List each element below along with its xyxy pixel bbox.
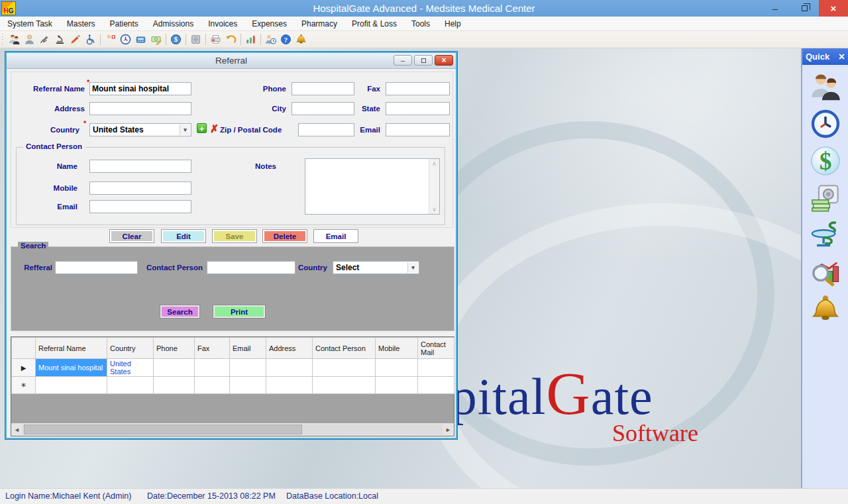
cash-safe-icon[interactable] (810, 182, 841, 213)
grid-cell-phone[interactable] (154, 359, 195, 377)
grid-cell-address[interactable] (266, 359, 313, 377)
notes-scrollbar[interactable]: ∧ ∨ (429, 159, 439, 214)
grid-cell-email[interactable] (230, 377, 266, 394)
search-refferal-input[interactable] (55, 261, 138, 274)
grid-header-selector[interactable] (12, 338, 36, 359)
grid-header-referral-name[interactable]: Referral Name (36, 338, 107, 359)
grid-cell-fax[interactable] (195, 377, 230, 394)
sales-chart-icon[interactable] (243, 32, 258, 47)
pharmacy-icon[interactable] (810, 219, 841, 250)
grid-header-contact-person[interactable]: Contact Person (313, 338, 376, 359)
grid-header-address[interactable]: Address (266, 338, 313, 359)
email-input[interactable] (386, 123, 450, 136)
clock-icon[interactable] (118, 32, 133, 47)
appointments-clock-icon[interactable] (810, 108, 841, 139)
edit-button[interactable]: Edit (161, 229, 206, 243)
grid-cell-referral-name[interactable]: Mount sinai hospital (36, 359, 107, 377)
contact-email-input[interactable] (89, 200, 191, 213)
grid-header-phone[interactable]: Phone (154, 338, 195, 359)
menu-pharmacy[interactable]: Pharmacy (294, 17, 344, 31)
dialog-minimize-button[interactable]: – (394, 55, 412, 66)
grid-cell-referral-name[interactable] (36, 377, 107, 394)
delete-country-icon[interactable]: ✗ (209, 123, 219, 133)
help-icon[interactable] (278, 32, 293, 47)
menu-tools[interactable]: Tools (404, 17, 437, 31)
undo-arrow-icon[interactable] (223, 32, 238, 47)
menu-admissions[interactable]: Admissions (146, 17, 201, 31)
referral-name-input[interactable]: Mount sinai hospital (89, 82, 191, 95)
minimize-button[interactable]: – (761, 0, 790, 17)
scroll-down-icon[interactable]: ∨ (432, 206, 437, 213)
grid-cell-email[interactable] (230, 359, 266, 377)
wheelchair-icon[interactable] (83, 32, 98, 47)
menu-system-task[interactable]: System Task (0, 17, 60, 31)
dialog-restore-button[interactable] (414, 55, 433, 66)
grid-cell-contact-mail[interactable] (418, 359, 454, 377)
printer-box-icon[interactable] (208, 32, 223, 47)
scrollbar-thumb[interactable] (24, 425, 302, 434)
grid-header-contact-mail[interactable]: Contact Mail (418, 338, 454, 359)
zip-input[interactable] (298, 123, 354, 136)
doctor-visit-icon[interactable] (103, 32, 118, 47)
patient-icon[interactable] (22, 32, 37, 47)
search-country-select[interactable]: Select ▾ (333, 261, 419, 274)
search-button[interactable]: Search (160, 305, 200, 319)
grid-row-1[interactable]: ▶ Mount sinai hospital United States (12, 359, 454, 377)
grid-header-email[interactable]: Email (230, 338, 266, 359)
safe-box-icon[interactable] (188, 32, 203, 47)
state-input[interactable] (386, 102, 450, 115)
grid-header-country[interactable]: Country (107, 338, 154, 359)
clear-button[interactable]: Clear (109, 229, 154, 243)
row-current-indicator[interactable]: ▶ (12, 359, 36, 377)
print-button[interactable]: Print (213, 305, 266, 319)
microscope-icon[interactable] (52, 32, 68, 47)
scroll-up-icon[interactable]: ∧ (432, 160, 437, 167)
add-country-icon[interactable]: + (197, 123, 207, 133)
grid-cell-country[interactable] (107, 377, 154, 394)
scrollbar-track[interactable] (23, 425, 443, 434)
grid-cell-fax[interactable] (195, 359, 230, 377)
save-button[interactable]: Save (212, 229, 257, 243)
search-country-dropdown-arrow[interactable]: ▾ (407, 262, 418, 273)
menu-profit-loss[interactable]: Profit & Loss (344, 17, 404, 31)
billing-note-icon[interactable] (148, 32, 164, 47)
alerts-bell-icon[interactable] (810, 293, 841, 325)
prescription-pen-icon[interactable] (68, 32, 83, 47)
country-select[interactable]: United States ▾ (89, 123, 191, 136)
staff-schedule-icon[interactable] (263, 32, 278, 47)
fax-machine-icon[interactable] (133, 32, 148, 47)
search-contact-person-input[interactable] (207, 261, 295, 274)
country-dropdown-arrow[interactable]: ▾ (180, 125, 190, 135)
phone-input[interactable] (292, 82, 354, 95)
grid-new-row[interactable]: ✳ (12, 377, 454, 394)
contact-mobile-input[interactable] (89, 181, 191, 195)
scroll-right-icon[interactable]: ► (443, 427, 454, 433)
grid-cell-phone[interactable] (154, 377, 195, 394)
app-titlebar[interactable]: HG HospitalGate Advanced - Medsites Medi… (0, 0, 848, 17)
sales-analysis-icon[interactable] (810, 256, 841, 287)
fax-input[interactable] (386, 82, 450, 95)
city-input[interactable] (292, 102, 354, 115)
toolbar-grip[interactable] (1, 34, 5, 46)
reminder-bell-icon[interactable] (293, 32, 309, 47)
grid-cell-mobile[interactable] (376, 377, 418, 394)
grid-header-mobile[interactable]: Mobile (376, 338, 418, 359)
notes-textarea[interactable]: ∧ ∨ (305, 158, 440, 215)
currency-coin-icon[interactable] (168, 32, 184, 47)
grid-header-fax[interactable]: Fax (195, 338, 230, 359)
menu-invoices[interactable]: Invoices (201, 17, 244, 31)
restore-button[interactable] (790, 0, 819, 17)
grid-horizontal-scrollbar[interactable]: ◄ ► (11, 423, 454, 436)
menu-help[interactable]: Help (437, 17, 468, 31)
menu-masters[interactable]: Masters (60, 17, 103, 31)
grid-cell-contact-person[interactable] (313, 377, 376, 394)
address-input[interactable] (89, 102, 191, 115)
grid-cell-address[interactable] (266, 377, 313, 394)
menu-expenses[interactable]: Expenses (244, 17, 294, 31)
grid-cell-country[interactable]: United States (107, 359, 154, 377)
patients-group-icon[interactable] (7, 32, 22, 47)
scroll-left-icon[interactable]: ◄ (11, 427, 23, 433)
billing-dollar-icon[interactable] (810, 145, 841, 176)
row-new-indicator[interactable]: ✳ (12, 377, 36, 394)
grid-cell-contact-person[interactable] (313, 359, 376, 377)
